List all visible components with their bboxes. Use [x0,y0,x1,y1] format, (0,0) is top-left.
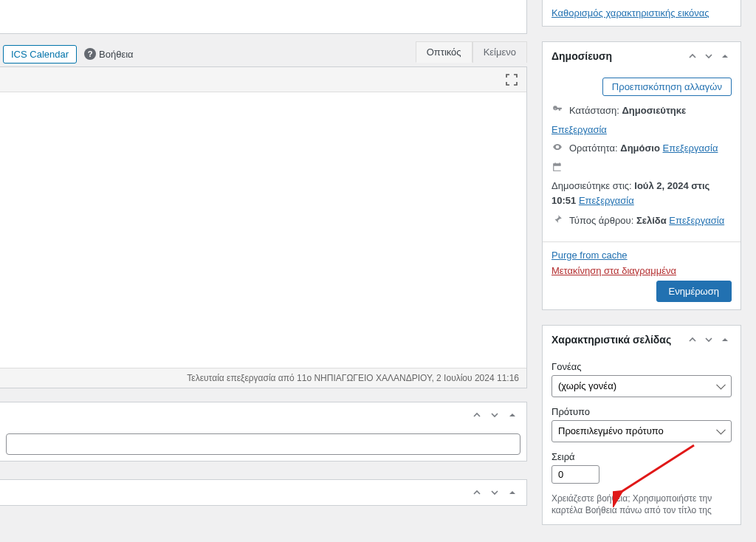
edit-date-link[interactable]: Επεξεργασία [579,195,634,206]
editor-insert-toolbar: ICS Calendar ? Βοήθεια Οπτικός Κείμενο [0,41,527,66]
publish-panel-title: Δημοσίευση [551,50,612,62]
calendar-icon [551,161,563,173]
order-input[interactable] [551,465,599,484]
metabox-row-2 [0,479,527,506]
template-label: Πρότυπο [551,406,732,417]
caret-toggle-icon[interactable] [718,333,732,346]
page-attributes-help-note: Χρειάζεστε βοήθεια; Χρησιμοποιήστε την κ… [551,493,732,518]
visibility-label: Ορατότητα: [569,143,618,154]
chevron-up-icon[interactable] [686,333,699,346]
parent-label: Γονέας [551,361,732,372]
ics-calendar-button[interactable]: ICS Calendar [3,45,77,64]
metabox-text-field[interactable] [6,433,520,455]
move-to-trash-link[interactable]: Μετακίνηση στα διαγραμμένα [551,265,732,276]
editor-visual-toolbar [0,67,526,92]
chevron-up-icon[interactable] [470,408,484,422]
preview-changes-button[interactable]: Προεπισκόπηση αλλαγών [602,78,732,96]
caret-toggle-icon[interactable] [718,49,732,63]
caret-toggle-icon[interactable] [506,486,519,499]
caret-toggle-icon[interactable] [506,408,519,422]
fullscreen-icon[interactable] [504,72,519,87]
pin-icon [551,213,563,225]
post-type-value: Σελίδα [636,215,667,226]
editor-help-chip[interactable]: ? Βοήθεια [84,48,134,60]
help-icon: ? [84,48,96,60]
set-featured-image-link[interactable]: Καθορισμός χαρακτηριστικής εικόνας [551,7,709,18]
chevron-down-icon[interactable] [702,49,715,63]
metabox-publish: Δημοσίευση Προεπισκόπηση αλλαγών [542,41,741,310]
chevron-up-icon[interactable] [686,49,699,63]
update-button[interactable]: Ενημέρωση [656,281,732,302]
order-label: Σειρά [551,451,732,462]
metabox-featured-image: Καθορισμός χαρακτηριστικής εικόνας [542,0,741,27]
chevron-down-icon[interactable] [702,333,715,346]
chevron-down-icon[interactable] [488,486,501,499]
purge-cache-link[interactable]: Purge from cache [551,250,732,261]
edit-status-link[interactable]: Επεξεργασία [551,124,607,135]
tab-text[interactable]: Κείμενο [472,41,527,63]
editor-mode-tabs: Οπτικός Κείμενο [416,41,527,63]
sidebar: Καθορισμός χαρακτηριστικής εικόνας Δημοσ… [542,0,741,540]
chevron-down-icon[interactable] [488,408,501,422]
editor-last-edit-status: Τελευταία επεξεργασία από 11ο ΝΗΠΙΑΓΩΓΕΙ… [0,368,526,388]
parent-select[interactable]: (χωρίς γονέα) [551,375,732,397]
editor-body[interactable]: Τελευταία επεξεργασία από 11ο ΝΗΠΙΑΓΩΓΕΙ… [0,66,527,388]
metabox-page-attributes: Χαρακτηριστικά σελίδας Γονέας (χωρίς γον… [542,325,741,526]
metabox-row-1 [0,402,527,462]
published-on-label: Δημοσιεύτηκε στις: [551,180,632,191]
status-label: Κατάσταση: [569,105,619,116]
eye-icon [551,141,563,153]
edit-post-type-link[interactable]: Επεξεργασία [669,215,724,226]
visibility-value: Δημόσιο [620,143,660,154]
editor-help-label: Βοήθεια [99,49,134,60]
status-value: Δημοσιεύτηκε [622,105,686,116]
title-box-fragment [0,0,527,34]
page-attributes-panel-title: Χαρακτηριστικά σελίδας [551,334,671,346]
edit-visibility-link[interactable]: Επεξεργασία [663,143,718,154]
editor-main-column: ICS Calendar ? Βοήθεια Οπτικός Κείμενο Τ… [0,0,527,542]
key-icon [551,103,563,115]
chevron-up-icon[interactable] [470,486,484,499]
tab-visual[interactable]: Οπτικός [416,41,472,63]
template-select[interactable]: Προεπιλεγμένο πρότυπο [551,420,732,442]
post-type-label: Τύπος άρθρου: [569,215,633,226]
